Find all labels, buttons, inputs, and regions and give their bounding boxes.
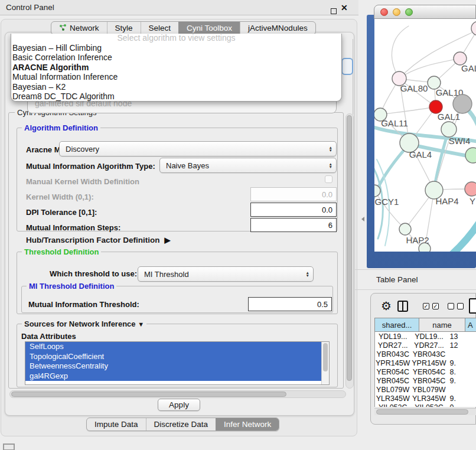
- close-icon[interactable]: ✕: [341, 0, 348, 15]
- manual-kernel-checkbox[interactable]: [325, 175, 332, 183]
- zoom-traffic-light-icon[interactable]: [405, 8, 413, 16]
- node-label: Y: [470, 196, 475, 206]
- data-attributes-list[interactable]: SelfLoopsTopologicalCoefficientBetweenne…: [25, 341, 330, 385]
- tab-label: Select: [149, 24, 171, 32]
- column-header[interactable]: name: [419, 318, 465, 332]
- table-row[interactable]: YLR345WYLR345W9.: [375, 394, 476, 403]
- mi-steps-input[interactable]: 6: [250, 218, 337, 232]
- scrollbar-thumb[interactable]: [11, 392, 286, 397]
- algorithm-option[interactable]: ARACNE Algorithm: [11, 63, 341, 72]
- hub-definition-expander[interactable]: Hub/Transcription Factor Definition ▶: [26, 234, 171, 246]
- minimize-traffic-light-icon[interactable]: [393, 8, 400, 16]
- table-cell: YLR345W: [375, 394, 410, 403]
- checkbox-unchecked-icon[interactable]: [457, 303, 464, 309]
- table-cell: YIL052C: [410, 403, 447, 407]
- table-row[interactable]: YIL052CYIL052C0.: [375, 403, 476, 407]
- scrollbar-thumb[interactable]: [376, 409, 468, 415]
- list-vertical-scrollbar[interactable]: [321, 342, 329, 384]
- algorithm-option[interactable]: Mutual Information Inference: [11, 72, 341, 81]
- algorithm-combobox-edge[interactable]: [341, 58, 353, 75]
- table-cell: 9.: [447, 376, 476, 385]
- network-node[interactable]: [465, 148, 476, 163]
- tab-discretize-data[interactable]: Discretize Data: [146, 418, 216, 431]
- network-node[interactable]: [453, 94, 472, 113]
- checkbox-unchecked-icon[interactable]: [448, 303, 454, 309]
- which-threshold-combobox[interactable]: MI Threshold ▲▼: [138, 266, 314, 282]
- table-cell: YBL079W: [375, 385, 410, 394]
- mi-type-combobox[interactable]: Naive Bayes ▲▼: [159, 158, 337, 173]
- tab-impute-data[interactable]: Impute Data: [87, 418, 146, 431]
- settings-vertical-scrollbar[interactable]: [345, 113, 354, 389]
- table-cell: 9.: [447, 358, 476, 367]
- table-row[interactable]: YBL079WYBL079W: [375, 385, 476, 394]
- splitter-collapse-icon[interactable]: [361, 217, 364, 221]
- scrollbar-thumb[interactable]: [323, 343, 328, 371]
- algorithm-option[interactable]: Basic Correlation Inference: [11, 53, 341, 62]
- tab-jactivemnodules[interactable]: jActiveMNodules: [240, 22, 315, 34]
- network-window-titlebar[interactable]: [374, 5, 476, 19]
- cyni-bottom-tabs: Impute DataDiscretize DataInfer Network: [86, 418, 279, 431]
- table-row[interactable]: YDL19...YDL19...13: [375, 332, 476, 341]
- tab-select[interactable]: Select: [141, 22, 179, 34]
- attribute-list-item[interactable]: SelfLoops: [25, 342, 321, 352]
- tab-infer-network[interactable]: Infer Network: [216, 418, 279, 431]
- attribute-list-item[interactable]: gal4RGexp: [25, 371, 321, 381]
- close-traffic-light-icon[interactable]: [380, 8, 388, 16]
- tab-network[interactable]: Network: [51, 22, 107, 34]
- table-row[interactable]: YER054CYER054C8.: [375, 367, 476, 376]
- table-cell: 12: [447, 341, 476, 350]
- table-row[interactable]: YPR145WYPR145W9.: [375, 358, 476, 367]
- table-cell: YDR27...: [375, 341, 410, 350]
- column-header[interactable]: shared...: [374, 318, 419, 332]
- tab-label: Cyni Toolbox: [187, 24, 232, 32]
- settings-horizontal-scrollbar[interactable]: [9, 390, 346, 398]
- table-row[interactable]: YDR27...YDR27...12: [375, 341, 476, 350]
- gear-icon[interactable]: ⚙: [381, 299, 392, 313]
- mi-threshold-label: Mutual Information Threshold:: [28, 296, 139, 312]
- network-canvas[interactable]: GALGAL80GAL10GAL1SWI4GAL11GAL4GCY1HAP4YH…: [374, 19, 476, 252]
- divider: [355, 269, 476, 270]
- column-document-icon[interactable]: [469, 298, 476, 314]
- node-label: GAL11: [381, 118, 408, 128]
- table-cell: YLR345W: [410, 394, 447, 403]
- collapsed-panel-icon[interactable]: [3, 444, 15, 450]
- table-cell: YBR043C: [375, 350, 410, 358]
- tab-style[interactable]: Style: [107, 22, 141, 34]
- which-threshold-label: Which threshold to use:: [50, 266, 137, 281]
- tab-label: Network: [70, 24, 99, 32]
- network-node[interactable]: [471, 21, 476, 35]
- checkbox-checked-icon[interactable]: ✓: [432, 303, 439, 309]
- kernel-width-input[interactable]: 0.0: [250, 187, 337, 201]
- algorithm-option[interactable]: Dream8 DC_TDC Algorithm: [11, 92, 341, 101]
- table-row[interactable]: YBR045CYBR045C9.: [375, 376, 476, 385]
- network-node[interactable]: [419, 243, 431, 252]
- table-row[interactable]: YBR043CYBR043C: [375, 350, 476, 358]
- algorithm-option[interactable]: Bayesian – K2: [11, 82, 341, 92]
- algorithm-option[interactable]: Bayesian – Hill Climbing: [11, 43, 341, 53]
- table-cell: YBL079W: [410, 385, 447, 394]
- attribute-list-item[interactable]: BetweennessCentrality: [25, 361, 321, 371]
- scrollbar-thumb[interactable]: [347, 115, 352, 381]
- tab-label: Discretize Data: [154, 420, 208, 429]
- checkbox-checked-icon[interactable]: ✓: [423, 303, 429, 309]
- attribute-list-item[interactable]: TopologicalCoefficient: [25, 352, 321, 362]
- threshold-definition-title: Threshold Definition: [22, 247, 101, 256]
- split-columns-icon[interactable]: [397, 301, 408, 312]
- float-window-icon[interactable]: [331, 8, 337, 14]
- table-cell: 13: [447, 332, 476, 341]
- table-cell: YBR045C: [410, 376, 447, 385]
- network-node-y[interactable]: [465, 182, 476, 196]
- stepper-arrows-icon: ▲▼: [325, 146, 336, 152]
- dpi-tolerance-input[interactable]: 0.0: [250, 203, 337, 217]
- column-header[interactable]: A: [465, 318, 476, 332]
- network-node-hap2[interactable]: [399, 223, 411, 235]
- sources-group-title[interactable]: Sources for Network Inference ▼: [22, 319, 146, 328]
- algorithm-definition-title: Algorithm Definition: [22, 123, 100, 132]
- apply-button[interactable]: Apply: [158, 399, 200, 411]
- aracne-mode-combobox[interactable]: Discovery ▲▼: [59, 141, 337, 156]
- mi-threshold-input[interactable]: 0.5: [248, 297, 332, 311]
- network-node-swi4[interactable]: [441, 122, 457, 137]
- manual-kernel-label: Manual Kernel Width Definition: [26, 174, 139, 189]
- tab-cyni-toolbox[interactable]: Cyni Toolbox: [178, 22, 240, 34]
- table-horizontal-scrollbar[interactable]: [374, 408, 476, 415]
